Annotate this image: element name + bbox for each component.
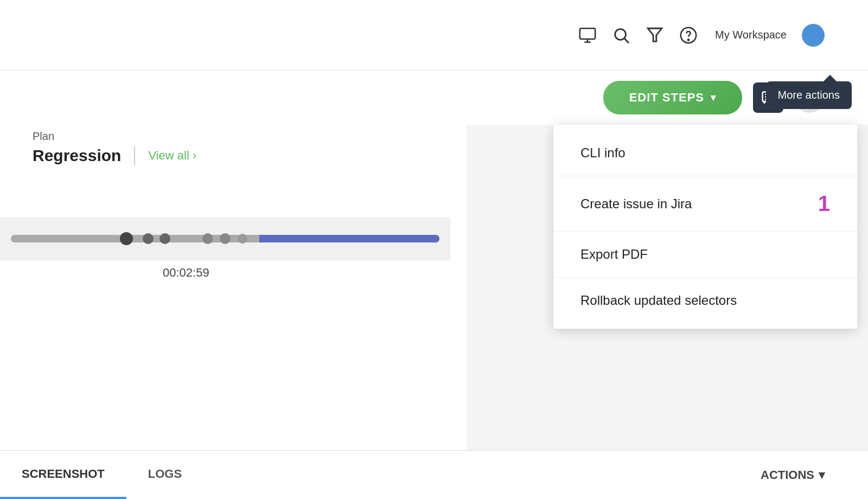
- timeline-dot-1: [120, 232, 133, 245]
- timestamp: 00:02:59: [163, 266, 209, 280]
- tab-logs[interactable]: LOGS: [126, 451, 203, 499]
- plan-label: Plan: [33, 130, 196, 143]
- track-progress: [259, 235, 439, 242]
- plan-row: Regression View all ›: [33, 146, 196, 165]
- timeline-area: [0, 217, 450, 260]
- timeline-dot-4: [202, 233, 213, 244]
- more-actions-dropdown: CLI info Create issue in Jira 1 Export P…: [553, 125, 857, 329]
- dropdown-item-export-pdf[interactable]: Export PDF: [553, 232, 857, 278]
- jira-badge: 1: [818, 191, 830, 216]
- view-all-link[interactable]: View all ›: [148, 149, 196, 163]
- track-bar[interactable]: [11, 235, 439, 242]
- workspace-label: My Workspace: [715, 29, 787, 41]
- timeline-dot-3: [159, 233, 170, 244]
- svg-point-7: [688, 39, 689, 40]
- plan-divider: [134, 146, 135, 165]
- search-icon[interactable]: [612, 26, 630, 44]
- edit-steps-button[interactable]: EDIT STEPS ▾: [603, 81, 742, 114]
- timeline-dot-5: [220, 233, 231, 244]
- dropdown-item-rollback[interactable]: Rollback updated selectors: [553, 278, 857, 323]
- svg-rect-0: [580, 28, 595, 39]
- avatar[interactable]: [802, 24, 825, 47]
- timeline-dot-6: [238, 234, 247, 244]
- edit-steps-arrow: ▾: [711, 92, 716, 104]
- dropdown-item-create-jira[interactable]: Create issue in Jira 1: [553, 176, 857, 232]
- tab-actions-button[interactable]: ACTIONS ▾: [761, 468, 868, 482]
- plan-section: Plan Regression View all ›: [33, 130, 196, 165]
- toolbar-row: EDIT STEPS ▾: [0, 71, 868, 125]
- tab-screenshot[interactable]: SCREENSHOT: [0, 451, 126, 499]
- monitor-icon[interactable]: [578, 26, 597, 44]
- help-icon[interactable]: [679, 26, 698, 44]
- bottom-tabs: SCREENSHOT LOGS ACTIONS ▾: [0, 450, 868, 499]
- more-actions-tooltip: More actions: [766, 81, 852, 109]
- svg-line-4: [624, 39, 629, 43]
- dropdown-item-cli-info[interactable]: CLI info: [553, 130, 857, 176]
- header-icons: My Workspace: [578, 24, 825, 47]
- plan-name: Regression: [33, 146, 121, 165]
- timeline-dot-2: [143, 233, 154, 244]
- svg-marker-5: [648, 28, 662, 41]
- svg-point-3: [615, 29, 626, 40]
- filter-icon[interactable]: [646, 26, 664, 44]
- header-bar: My Workspace: [0, 0, 868, 71]
